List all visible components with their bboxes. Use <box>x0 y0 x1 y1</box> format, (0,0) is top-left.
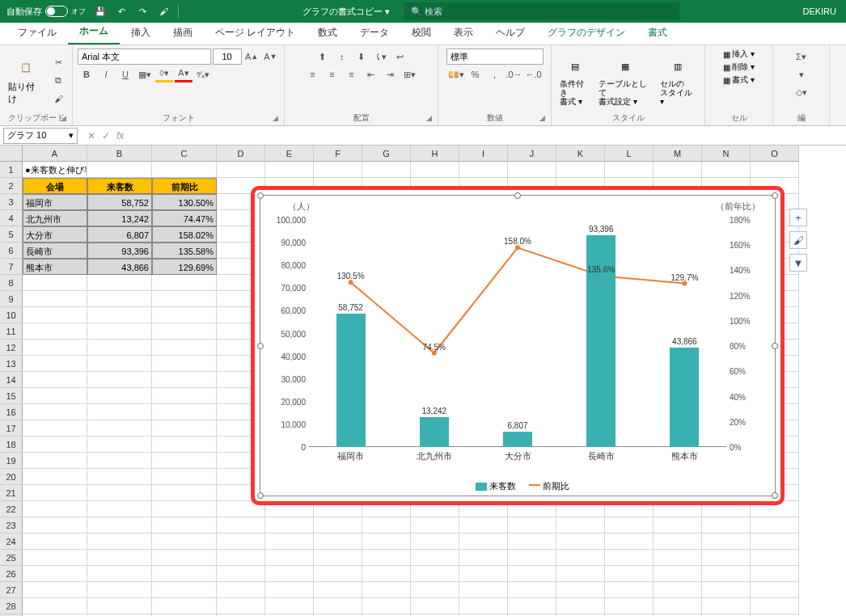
cell[interactable] <box>459 582 508 598</box>
cell[interactable] <box>605 582 654 598</box>
cell[interactable] <box>751 582 799 598</box>
cell[interactable] <box>23 323 87 340</box>
cell[interactable]: 129.69% <box>152 259 217 275</box>
column-header[interactable]: C <box>152 146 217 162</box>
cell[interactable] <box>87 485 152 501</box>
cell[interactable] <box>702 582 751 598</box>
cut-icon[interactable]: ✂ <box>49 55 67 71</box>
search-box[interactable]: 🔍 検索 <box>404 2 679 20</box>
cell[interactable]: 長崎市 <box>23 243 87 259</box>
save-icon[interactable]: 💾 <box>94 5 107 18</box>
cell[interactable] <box>23 598 87 614</box>
align-top-icon[interactable]: ⬆ <box>314 49 332 65</box>
cell[interactable] <box>152 388 217 404</box>
format-as-table-button[interactable]: ▦テーブルとして書式設定 ▾ <box>595 53 655 108</box>
cell[interactable] <box>314 566 362 582</box>
cell[interactable] <box>362 534 411 550</box>
cell[interactable] <box>314 517 362 534</box>
cell[interactable] <box>87 404 152 420</box>
cell[interactable] <box>314 598 362 614</box>
cell[interactable]: 北九州市 <box>23 210 87 226</box>
cell[interactable] <box>362 566 411 582</box>
align-middle-icon[interactable]: ↕ <box>333 49 351 65</box>
cell[interactable] <box>556 534 605 550</box>
row-header[interactable]: 24 <box>0 534 23 550</box>
cell[interactable] <box>87 291 152 307</box>
cell[interactable] <box>654 598 702 614</box>
row-header[interactable]: 15 <box>0 388 23 404</box>
cell[interactable] <box>459 550 508 566</box>
column-header[interactable]: F <box>314 146 362 162</box>
cell[interactable] <box>87 534 152 550</box>
row-header[interactable]: 22 <box>0 501 23 517</box>
cell[interactable] <box>23 501 87 517</box>
undo-icon[interactable]: ↶ <box>115 5 128 18</box>
cell[interactable] <box>23 437 87 453</box>
row-header[interactable]: 19 <box>0 453 23 469</box>
row-header[interactable]: 2 <box>0 178 23 194</box>
cell[interactable] <box>605 566 654 582</box>
cell[interactable] <box>87 162 152 178</box>
cell[interactable] <box>23 469 87 485</box>
cell[interactable] <box>459 534 508 550</box>
cell[interactable] <box>152 453 217 469</box>
cell[interactable] <box>265 517 314 534</box>
cell[interactable]: 会場 <box>23 178 87 194</box>
cell[interactable] <box>152 437 217 453</box>
cell[interactable] <box>508 517 556 534</box>
row-header[interactable]: 23 <box>0 517 23 534</box>
cell[interactable] <box>556 598 605 614</box>
cell[interactable] <box>23 275 87 291</box>
align-right-icon[interactable]: ≡ <box>343 66 361 82</box>
cell-styles-button[interactable]: ▥セルのスタイル ▾ <box>657 53 700 108</box>
wrap-text-icon[interactable]: ↩ <box>391 49 409 65</box>
redo-icon[interactable]: ↷ <box>136 5 149 18</box>
column-header[interactable]: A <box>23 146 87 162</box>
column-header[interactable]: J <box>508 146 556 162</box>
cell[interactable]: 来客数 <box>87 178 152 194</box>
column-header[interactable]: M <box>654 146 702 162</box>
row-header[interactable]: 16 <box>0 404 23 420</box>
cell[interactable] <box>265 598 314 614</box>
cell[interactable] <box>654 517 702 534</box>
tab-data[interactable]: データ <box>349 21 400 44</box>
cell[interactable] <box>152 291 217 307</box>
cell[interactable] <box>411 582 459 598</box>
cell[interactable] <box>508 162 556 178</box>
cell[interactable] <box>152 582 217 598</box>
column-header[interactable]: H <box>411 146 459 162</box>
cell[interactable] <box>702 534 751 550</box>
cell[interactable] <box>459 517 508 534</box>
cell[interactable] <box>605 162 654 178</box>
merge-cells-icon[interactable]: ⊞▾ <box>401 66 419 82</box>
cell[interactable] <box>411 517 459 534</box>
align-center-icon[interactable]: ≡ <box>324 66 341 82</box>
cell[interactable] <box>411 550 459 566</box>
cell[interactable] <box>23 582 87 598</box>
autosave-toggle[interactable]: 自動保存 オフ <box>6 6 86 18</box>
cell[interactable] <box>23 534 87 550</box>
cell[interactable] <box>556 582 605 598</box>
cell[interactable] <box>23 485 87 501</box>
brush-icon[interactable]: 🖌 <box>157 5 170 18</box>
cell[interactable] <box>87 582 152 598</box>
cell[interactable] <box>152 323 217 340</box>
cell[interactable] <box>362 517 411 534</box>
cell[interactable] <box>314 550 362 566</box>
tab-insert[interactable]: 挿入 <box>120 21 162 44</box>
row-header[interactable]: 13 <box>0 356 23 372</box>
cell[interactable] <box>702 566 751 582</box>
row-header[interactable]: 17 <box>0 420 23 437</box>
cell[interactable] <box>605 550 654 566</box>
cell[interactable] <box>314 582 362 598</box>
cell[interactable] <box>459 566 508 582</box>
tab-file[interactable]: ファイル <box>6 21 68 44</box>
column-header[interactable]: E <box>265 146 314 162</box>
cell[interactable] <box>508 582 556 598</box>
autosum-icon[interactable]: Σ▾ <box>793 49 810 65</box>
cell[interactable] <box>411 566 459 582</box>
font-name-input[interactable] <box>78 49 211 65</box>
number-launcher-icon[interactable]: ◢ <box>539 114 549 124</box>
cell[interactable] <box>87 388 152 404</box>
row-header[interactable]: 1 <box>0 162 23 178</box>
